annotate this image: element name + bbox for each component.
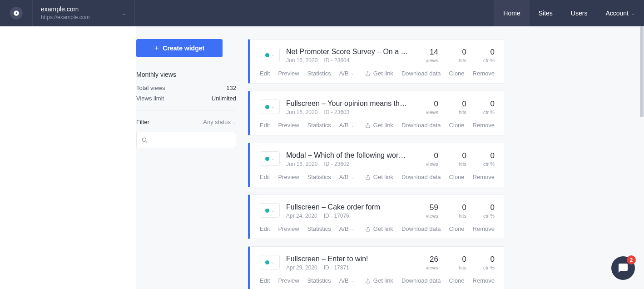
widget-title[interactable]: Modal – Which of the following words wo… — [286, 151, 409, 159]
action-clone[interactable]: Clone — [449, 174, 465, 180]
site-selector[interactable]: example.com https://example.com ⌄ — [33, 0, 135, 26]
nav-home[interactable]: Home — [494, 0, 529, 26]
logo-icon — [13, 10, 20, 16]
widget-title[interactable]: Fullscreen – Enter to win! — [286, 255, 409, 263]
widget-status-chip[interactable]: ⌄ — [260, 151, 280, 166]
main-nav: Home Sites Users Account⌄ — [494, 0, 644, 26]
widget-card: ⌄ Modal – Which of the following words w… — [248, 143, 505, 187]
action-preview[interactable]: Preview — [278, 70, 299, 77]
action-edit[interactable]: Edit — [260, 277, 270, 284]
action-remove[interactable]: Remove — [473, 225, 495, 232]
action-getlink[interactable]: Get link — [365, 225, 393, 232]
action-clone[interactable]: Clone — [449, 277, 465, 284]
action-edit[interactable]: Edit — [260, 174, 270, 180]
action-statistics[interactable]: Statistics — [307, 225, 331, 232]
chevron-down-icon: ⌄ — [233, 120, 236, 125]
scrollbar[interactable] — [639, 26, 644, 289]
widget-status-chip[interactable]: ⌄ — [260, 203, 280, 218]
action-ab[interactable]: A/B⌄ — [339, 70, 354, 77]
stat-views-value: 26 — [423, 255, 438, 264]
stat-views-value: 59 — [423, 203, 438, 212]
left-panel — [0, 26, 136, 289]
chevron-down-icon: ⌄ — [351, 279, 354, 283]
stat-ctr-label: ctr % — [479, 110, 495, 115]
action-getlink[interactable]: Get link — [365, 70, 393, 77]
action-download[interactable]: Download data — [401, 70, 441, 77]
stat-ctr-label: ctr % — [479, 161, 495, 167]
search-box[interactable] — [136, 132, 236, 148]
action-edit[interactable]: Edit — [260, 225, 270, 232]
chevron-down-icon: ⌄ — [351, 123, 354, 128]
widget-status-chip[interactable]: ⌄ — [260, 48, 280, 62]
action-edit[interactable]: Edit — [260, 70, 270, 77]
stat-hits-value: 0 — [451, 151, 466, 160]
views-limit-label: Views limit — [136, 95, 164, 102]
sidebar: + Create widget Monthly views Total view… — [136, 26, 236, 289]
stat-ctr-value: 0 — [479, 151, 495, 160]
scrollbar-thumb[interactable] — [640, 26, 644, 117]
action-edit[interactable]: Edit — [260, 122, 270, 129]
chevron-down-icon: ⌄ — [271, 105, 275, 109]
site-url: https://example.com — [41, 14, 122, 20]
action-statistics[interactable]: Statistics — [307, 122, 331, 129]
total-views-value: 132 — [226, 85, 236, 91]
action-ab[interactable]: A/B⌄ — [339, 122, 354, 129]
plus-icon: + — [154, 44, 159, 53]
action-preview[interactable]: Preview — [278, 174, 299, 180]
filter-status-dropdown[interactable]: Any status ⌄ — [203, 119, 236, 125]
action-preview[interactable]: Preview — [278, 122, 299, 129]
site-name: example.com — [41, 5, 122, 13]
widget-status-chip[interactable]: ⌄ — [260, 100, 280, 114]
stat-hits-value: 0 — [451, 48, 466, 57]
stat-ctr-value: 0 — [479, 255, 495, 264]
widget-id: ID - 17076 — [324, 213, 349, 219]
action-ab[interactable]: A/B⌄ — [339, 225, 354, 232]
stat-views-label: views — [423, 110, 438, 115]
action-statistics[interactable]: Statistics — [307, 277, 331, 284]
action-preview[interactable]: Preview — [278, 277, 299, 284]
widget-card: ⌄ Net Promoter Score Survey – On a scale… — [248, 39, 505, 84]
search-input[interactable] — [151, 137, 231, 144]
action-clone[interactable]: Clone — [449, 122, 465, 129]
action-remove[interactable]: Remove — [473, 70, 495, 77]
action-statistics[interactable]: Statistics — [307, 174, 331, 180]
stat-views-value: 14 — [423, 48, 438, 57]
nav-sites[interactable]: Sites — [530, 0, 562, 26]
action-download[interactable]: Download data — [401, 122, 441, 129]
action-getlink[interactable]: Get link — [365, 277, 393, 284]
share-icon — [365, 174, 371, 180]
widget-id: ID - 17871 — [324, 264, 349, 271]
logo[interactable] — [0, 0, 33, 26]
widget-status-chip[interactable]: ⌄ — [260, 255, 280, 269]
action-getlink[interactable]: Get link — [365, 174, 393, 180]
action-ab[interactable]: A/B⌄ — [339, 277, 354, 284]
action-download[interactable]: Download data — [401, 277, 441, 284]
stat-ctr-label: ctr % — [479, 265, 495, 270]
action-preview[interactable]: Preview — [278, 225, 299, 232]
stat-views-value: 0 — [423, 151, 438, 160]
stat-ctr-value: 0 — [479, 100, 495, 109]
divider — [136, 110, 236, 110]
action-remove[interactable]: Remove — [473, 174, 495, 180]
create-widget-button[interactable]: + Create widget — [136, 39, 223, 57]
share-icon — [365, 278, 371, 284]
action-clone[interactable]: Clone — [449, 70, 465, 77]
action-statistics[interactable]: Statistics — [307, 70, 331, 77]
action-getlink[interactable]: Get link — [365, 122, 393, 129]
action-clone[interactable]: Clone — [449, 225, 465, 232]
action-remove[interactable]: Remove — [473, 277, 495, 284]
nav-account[interactable]: Account⌄ — [596, 0, 644, 26]
widget-title[interactable]: Net Promoter Score Survey – On a scale f… — [286, 48, 409, 56]
total-views-label: Total views — [136, 85, 165, 91]
search-icon — [141, 137, 148, 143]
action-download[interactable]: Download data — [401, 174, 441, 180]
chat-button[interactable]: 2 — [611, 256, 635, 280]
widget-title[interactable]: Fullscreen – Cake order form — [286, 203, 409, 211]
action-remove[interactable]: Remove — [473, 122, 495, 129]
action-ab[interactable]: A/B⌄ — [339, 174, 354, 180]
stat-views-label: views — [423, 265, 438, 270]
widget-title[interactable]: Fullscreen – Your opinion means the worl… — [286, 100, 409, 108]
stat-hits-label: hits — [451, 265, 466, 270]
action-download[interactable]: Download data — [401, 225, 441, 232]
nav-users[interactable]: Users — [562, 0, 597, 26]
